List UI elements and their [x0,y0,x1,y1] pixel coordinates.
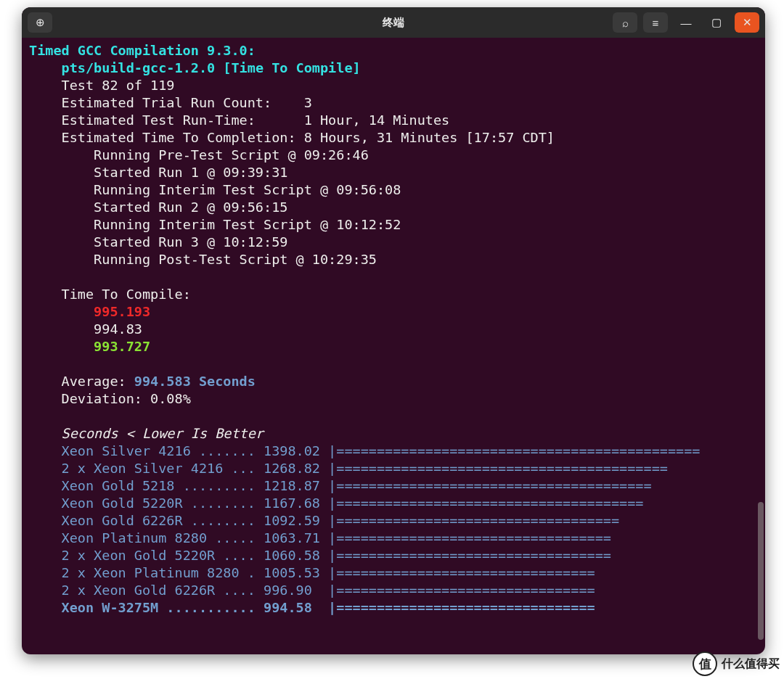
minimize-icon: — [681,17,692,29]
scrollbar-thumb[interactable] [758,502,764,640]
deviation-label: Deviation: [62,391,142,406]
minimize-button[interactable]: — [674,12,698,33]
ert-label: Estimated Test Run-Time: [62,112,256,128]
comparison-row: Xeon W-3275M ........... 994.58 |=======… [62,600,595,615]
comparison-row: Xeon Gold 5220R ........ 1167.68 |======… [62,495,644,511]
new-tab-button[interactable]: ⊕ [28,12,52,33]
plus-tab-icon: ⊕ [36,16,45,29]
ert-value: 1 Hour, 14 Minutes [304,112,449,128]
maximize-button[interactable]: ▢ [704,12,729,33]
run-log-line: Running Pre-Test Script @ 09:26:46 [94,147,369,162]
run-log-line: Running Post-Test Script @ 10:29:35 [94,252,377,267]
run-log-line: Started Run 3 @ 10:12:59 [94,234,287,250]
watermark: 值 什么值得买 [693,651,780,676]
run-log-line: Running Interim Test Script @ 10:12:52 [94,217,401,232]
average-label: Average: [62,374,126,389]
etrc-label: Estimated Trial Run Count: [62,95,272,110]
run-log-line: Started Run 1 @ 09:39:31 [94,165,287,180]
terminal-window: ⊕ 终端 ⌕ ≡ — ▢ ✕ Timed GCC Compilation 9.3… [22,7,765,654]
etc-label: Estimated Time To Completion: [62,130,296,145]
watermark-text: 什么值得买 [722,657,780,672]
metric-label: [Time To Compile] [223,60,360,75]
average-value: 994.583 Seconds [134,374,256,389]
comparison-row: 2 x Xeon Platinum 8280 . 1005.53 |======… [62,565,595,580]
terminal-output[interactable]: Timed GCC Compilation 9.3.0: pts/build-g… [22,38,765,654]
watermark-badge-icon: 值 [693,651,717,676]
time-value-1: 995.193 [94,304,150,319]
maximize-icon: ▢ [711,16,722,29]
test-identifier: pts/build-gcc-1.2.0 [62,60,216,75]
time-value-2: 994.83 [94,321,142,337]
search-icon: ⌕ [622,17,629,29]
etc-value: 8 Hours, 31 Minutes [17:57 CDT] [304,130,555,145]
comparison-row: Xeon Gold 5218 ......... 1218.87 |======… [62,478,652,493]
times-label: Time To Compile: [62,287,191,302]
header-title: Timed GCC Compilation 9.3.0: [29,43,256,58]
run-log-line: Started Run 2 @ 09:56:15 [94,199,287,215]
etrc-value: 3 [304,95,312,110]
close-icon: ✕ [743,16,752,29]
hamburger-icon: ≡ [653,17,659,29]
legend: Seconds < Lower Is Better [62,426,264,441]
test-progress: Test 82 of 119 [62,78,175,93]
menu-button[interactable]: ≡ [643,12,668,33]
comparison-row: Xeon Platinum 8280 ..... 1063.71 |======… [62,530,611,546]
comparison-row: Xeon Silver 4216 ....... 1398.02 |======… [62,443,701,458]
run-log-line: Running Interim Test Script @ 09:56:08 [94,182,401,197]
titlebar: ⊕ 终端 ⌕ ≡ — ▢ ✕ [22,7,765,38]
close-button[interactable]: ✕ [735,12,759,33]
comparison-block: Xeon Silver 4216 ....... 1398.02 |======… [29,443,700,615]
comparison-row: 2 x Xeon Silver 4216 ... 1268.82 |======… [62,461,668,476]
deviation-value: 0.08% [150,391,191,406]
time-value-3: 993.727 [94,339,150,354]
comparison-row: 2 x Xeon Gold 6226R .... 996.90 |=======… [62,583,595,598]
comparison-row: Xeon Gold 6226R ........ 1092.59 |======… [62,513,620,528]
search-button[interactable]: ⌕ [613,12,637,33]
comparison-row: 2 x Xeon Gold 5220R .... 1060.58 |======… [62,548,611,563]
